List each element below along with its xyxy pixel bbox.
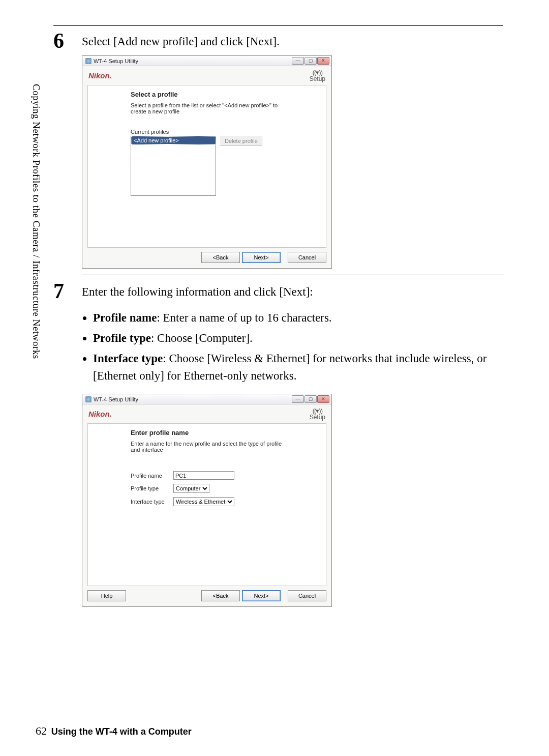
profile-type-label: Profile type bbox=[131, 485, 169, 491]
sidebar-vertical-text: Copying Network Profiles to the Camera /… bbox=[30, 84, 42, 359]
profile-name-label: Profile name bbox=[131, 473, 169, 479]
profiles-listbox-item[interactable]: <Add new profile> bbox=[131, 136, 216, 144]
panel-title: Select a profile bbox=[131, 91, 319, 98]
next-button[interactable]: Next> bbox=[242, 252, 281, 263]
dialog-titlebar: WT-4 Setup Utility — ▢ ✕ bbox=[82, 394, 331, 404]
page-footer: 62 Using the WT-4 with a Computer bbox=[36, 724, 192, 738]
interface-type-select[interactable]: Wireless & Ethernet bbox=[173, 497, 234, 506]
close-button[interactable]: ✕ bbox=[317, 395, 329, 403]
app-icon bbox=[85, 58, 92, 64]
step-text: Select [Add new profile] and click [Next… bbox=[82, 30, 503, 50]
profile-type-select[interactable]: Computer bbox=[173, 484, 209, 493]
delete-profile-button[interactable]: Delete profile bbox=[220, 136, 262, 146]
step-7: 7 Enter the following information and cl… bbox=[53, 280, 503, 390]
nikon-logo: Nikon. bbox=[88, 410, 112, 418]
close-button[interactable]: ✕ bbox=[317, 57, 329, 65]
setup-logo: ((▾)) Setup bbox=[310, 69, 325, 82]
app-icon bbox=[85, 396, 92, 402]
bullet-profile-type: Profile type: Choose [Computer]. bbox=[93, 330, 503, 347]
back-button[interactable]: <Back bbox=[201, 590, 240, 601]
interface-type-label: Interface type bbox=[131, 499, 169, 505]
step-6: 6 Select [Add new profile] and click [Ne… bbox=[53, 30, 503, 51]
page-number: 62 bbox=[36, 724, 47, 737]
setup-logo: ((▾)) Setup bbox=[310, 408, 325, 420]
dialog-titlebar: WT-4 Setup Utility — ▢ ✕ bbox=[82, 56, 331, 66]
back-button[interactable]: <Back bbox=[201, 252, 240, 263]
minimize-button[interactable]: — bbox=[292, 395, 304, 403]
maximize-button[interactable]: ▢ bbox=[304, 395, 317, 403]
cancel-button[interactable]: Cancel bbox=[288, 590, 326, 601]
footer-title: Using the WT-4 with a Computer bbox=[51, 726, 192, 737]
maximize-button[interactable]: ▢ bbox=[304, 57, 317, 65]
panel-description: Select a profile from the list or select… bbox=[131, 102, 288, 114]
current-profiles-label: Current profiles bbox=[131, 129, 319, 135]
step-number: 6 bbox=[53, 30, 82, 51]
profiles-listbox[interactable]: <Add new profile> bbox=[131, 136, 216, 196]
dialog-select-profile: WT-4 Setup Utility — ▢ ✕ Nikon. ((▾)) Se… bbox=[82, 55, 332, 269]
help-button[interactable]: Help bbox=[87, 590, 126, 601]
next-button[interactable]: Next> bbox=[242, 590, 281, 601]
step-number: 7 bbox=[53, 280, 82, 302]
dialog-title: WT-4 Setup Utility bbox=[94, 58, 138, 64]
dialog-title: WT-4 Setup Utility bbox=[94, 396, 138, 402]
panel-description: Enter a name for the new profile and sel… bbox=[131, 441, 288, 453]
nikon-logo: Nikon. bbox=[88, 71, 112, 80]
minimize-button[interactable]: — bbox=[292, 57, 304, 65]
bullet-interface-type: Interface type: Choose [Wireless & Ether… bbox=[93, 350, 503, 385]
step-text: Enter the following information and clic… bbox=[82, 283, 503, 300]
bullet-profile-name: Profile name: Enter a name of up to 16 c… bbox=[93, 309, 503, 327]
profile-name-input[interactable] bbox=[173, 471, 234, 480]
dialog-enter-profile-name: WT-4 Setup Utility — ▢ ✕ Nikon. ((▾)) Se… bbox=[82, 394, 332, 607]
divider bbox=[82, 275, 504, 275]
cancel-button[interactable]: Cancel bbox=[288, 252, 326, 263]
panel-title: Enter profile name bbox=[131, 429, 319, 437]
